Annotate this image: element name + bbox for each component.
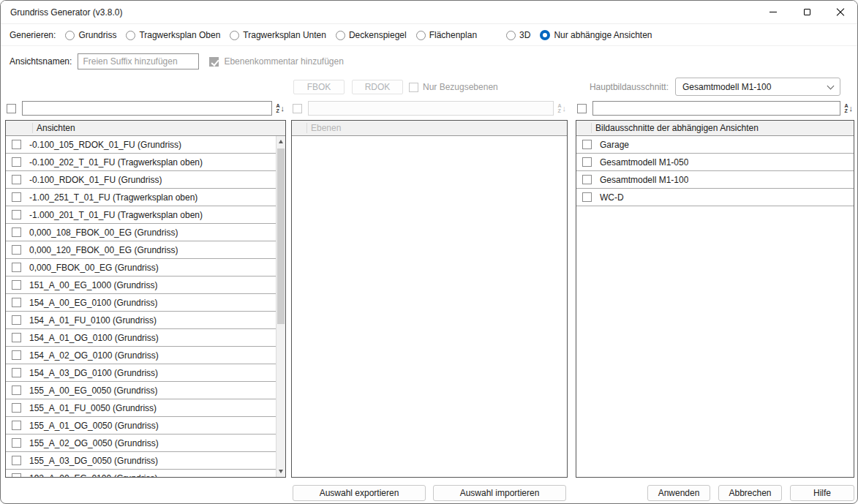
nur-bezugsebenen-checkbox — [409, 83, 418, 92]
row-checkbox[interactable] — [12, 403, 21, 413]
row-checkbox[interactable] — [12, 280, 21, 290]
view-list-item[interactable]: 0,000_FBOK_00_EG (Grundriss) — [6, 259, 276, 277]
ebenenkommentar-label: Ebenenkommentar hinzufügen — [224, 56, 343, 67]
title-bar: Grundriss Generator (v3.8.0) — [1, 1, 857, 24]
view-list-item[interactable]: 192_A_00_EG_0100 (Grundriss) — [6, 470, 276, 477]
row-checkbox[interactable] — [582, 175, 592, 184]
maximize-button[interactable] — [790, 1, 824, 23]
row-checkbox[interactable] — [12, 245, 21, 255]
views-search-input[interactable] — [22, 101, 272, 116]
radio-icon — [230, 31, 239, 40]
generate-label: Generieren: — [10, 30, 56, 40]
row-checkbox[interactable] — [12, 210, 21, 219]
view-list-item[interactable]: 154_A_01_FU_0100 (Grundriss) — [6, 312, 276, 329]
suffix-input[interactable] — [78, 53, 199, 69]
view-list-item[interactable]: -1.00_251_T_01_FU (Tragwerksplan oben) — [6, 189, 276, 206]
row-checkbox[interactable] — [12, 473, 21, 477]
viewports-sort-az-icon[interactable]: AZ ↓ — [844, 103, 853, 113]
scroll-up-icon[interactable] — [279, 140, 283, 143]
row-label: -0.100_202_T_01_FU (Tragwerksplan oben) — [29, 157, 203, 168]
row-label: Gesamtmodell M1-050 — [600, 157, 688, 168]
export-selection-button[interactable]: Auswahl exportieren — [293, 485, 426, 501]
row-checkbox[interactable] — [12, 263, 21, 272]
row-label: 155_A_02_OG_0050 (Grundriss) — [29, 438, 159, 448]
generate-radio-option[interactable]: Flächenplan — [416, 30, 477, 40]
viewport-list-item[interactable]: Garage — [576, 136, 854, 154]
view-list-item[interactable]: -0.100_105_RDOK_01_FU (Grundriss) — [6, 136, 276, 154]
sort-letter-z: Z — [844, 108, 848, 113]
row-checkbox[interactable] — [12, 192, 21, 202]
radio-icon — [540, 30, 550, 40]
generate-radio-option[interactable]: Nur abhängige Ansichten — [540, 30, 652, 40]
row-label: WC-D — [600, 192, 624, 203]
view-list-item[interactable]: 154_A_01_OG_0100 (Grundriss) — [6, 329, 276, 347]
sort-arrow: ↓ — [562, 105, 567, 113]
row-checkbox[interactable] — [12, 438, 21, 448]
generate-radio-option[interactable]: Tragwerksplan Oben — [126, 30, 220, 40]
row-checkbox[interactable] — [12, 333, 21, 342]
scrollbar-thumb[interactable] — [277, 148, 285, 324]
viewports-select-all-checkbox[interactable] — [577, 104, 587, 113]
import-selection-button[interactable]: Auswahl importieren — [433, 485, 566, 501]
hauptbildausschnitt-dropdown[interactable]: Gesamtmodell M1-100 — [675, 78, 840, 96]
viewport-list-item[interactable]: Gesamtmodell M1-050 — [576, 154, 854, 171]
row-checkbox[interactable] — [12, 350, 21, 360]
viewport-list-item[interactable]: WC-D — [576, 189, 854, 206]
radio-label: Grundriss — [78, 30, 116, 40]
levels-panel: Ebenen — [291, 120, 568, 478]
row-label: -0.100_RDOK_01_FU (Grundriss) — [29, 175, 162, 185]
viewports-header-label: Bildausschnitte der abhängigen Ansichten — [576, 123, 759, 133]
generate-radio-option[interactable]: Grundriss — [65, 30, 116, 40]
generate-radio-option[interactable]: Tragwerksplan Unten — [230, 30, 326, 40]
view-list-item[interactable]: 0,000_120_FBOK_00_EG (Grundriss) — [6, 241, 276, 259]
view-list-item[interactable]: 151_A_00_EG_1000 (Grundriss) — [6, 277, 276, 294]
views-select-all-checkbox[interactable] — [7, 104, 16, 113]
row-checkbox[interactable] — [12, 140, 21, 149]
window-title: Grundriss Generator (v3.8.0) — [1, 7, 122, 18]
view-list-item[interactable]: -0.100_RDOK_01_FU (Grundriss) — [6, 171, 276, 189]
radio-icon — [506, 31, 516, 40]
view-list-item[interactable]: 155_A_01_FU_0050 (Grundriss) — [6, 399, 276, 417]
apply-button[interactable]: Anwenden — [647, 485, 710, 501]
row-checkbox[interactable] — [12, 385, 21, 395]
generate-radio-option[interactable]: 3D — [506, 30, 530, 40]
viewport-list-item[interactable]: Gesamtmodell M1-100 — [576, 171, 854, 189]
row-checkbox[interactable] — [12, 368, 21, 377]
radio-label: Flächenplan — [429, 30, 477, 40]
view-list-item[interactable]: 155_A_01_OG_0050 (Grundriss) — [6, 417, 276, 435]
row-checkbox[interactable] — [12, 157, 21, 167]
header-separator — [306, 123, 307, 133]
row-checkbox[interactable] — [12, 227, 21, 237]
radio-label: 3D — [519, 30, 530, 40]
view-list-item[interactable]: 154_A_03_DG_0100 (Grundriss) — [6, 364, 276, 382]
generate-radio-option[interactable]: Deckenspiegel — [336, 30, 407, 40]
view-list-item[interactable]: 0,000_108_FBOK_00_EG (Grundriss) — [6, 224, 276, 241]
row-checkbox[interactable] — [12, 315, 21, 325]
scroll-down-icon[interactable] — [279, 470, 283, 473]
cancel-button[interactable]: Abbrechen — [718, 485, 782, 501]
row-label: 192_A_00_EG_0100 (Grundriss) — [29, 473, 157, 478]
view-list-item[interactable]: 154_A_02_OG_0100 (Grundriss) — [6, 347, 276, 364]
minimize-button[interactable] — [756, 1, 790, 23]
view-list-item[interactable]: -0.100_202_T_01_FU (Tragwerksplan oben) — [6, 154, 276, 171]
view-list-item[interactable]: 155_A_03_DG_0050 (Grundriss) — [6, 452, 276, 470]
viewports-search-input[interactable] — [592, 101, 840, 116]
view-list-item[interactable]: 155_A_02_OG_0050 (Grundriss) — [6, 435, 276, 452]
views-sort-az-icon[interactable]: AZ ↓ — [276, 103, 285, 113]
view-list-item[interactable]: 154_A_00_EG_0100 (Grundriss) — [6, 294, 276, 312]
close-button[interactable] — [824, 1, 857, 23]
row-checkbox[interactable] — [582, 192, 592, 202]
views-scrollbar[interactable] — [276, 136, 285, 477]
view-list-item[interactable]: -1.000_201_T_01_FU (Tragwerksplan oben) — [6, 206, 276, 224]
row-checkbox[interactable] — [582, 140, 592, 149]
row-checkbox[interactable] — [12, 456, 21, 465]
row-checkbox[interactable] — [12, 421, 21, 430]
radio-label: Tragwerksplan Oben — [139, 30, 220, 40]
viewports-panel: Bildausschnitte der abhängigen Ansichten… — [576, 120, 854, 478]
radio-icon — [126, 31, 135, 40]
row-checkbox[interactable] — [12, 298, 21, 307]
view-list-item[interactable]: 155_A_00_EG_0050 (Grundriss) — [6, 382, 276, 399]
row-checkbox[interactable] — [582, 157, 592, 167]
help-button[interactable]: Hilfe — [790, 485, 854, 501]
row-checkbox[interactable] — [12, 175, 21, 184]
